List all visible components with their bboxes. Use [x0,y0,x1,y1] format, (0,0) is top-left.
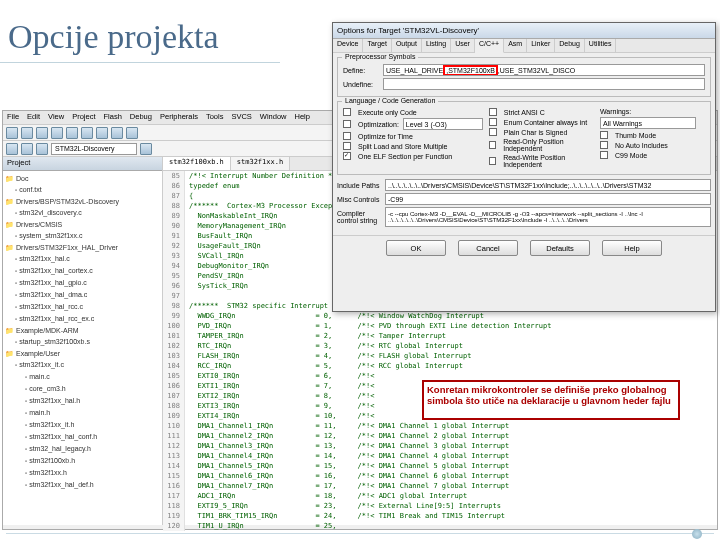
undo-icon[interactable] [111,127,123,139]
save-icon[interactable] [36,127,48,139]
checkbox-elf[interactable] [343,152,351,160]
tree-item[interactable]: stm32_hal_legacy.h [5,443,160,455]
misc-field[interactable]: -C99 [385,193,711,205]
menu-debug[interactable]: Debug [130,112,152,123]
tree-item[interactable]: Drivers/CMSIS [5,219,160,230]
target-select[interactable]: STM32L-Discovery [51,143,137,155]
checkbox-plain[interactable] [489,128,497,136]
include-field[interactable]: ..\..\..\..\..\..\Drivers\CMSIS\Device\S… [385,179,711,191]
tree-item[interactable]: Example/User [5,348,160,359]
paste-icon[interactable] [96,127,108,139]
dialog-tab-target[interactable]: Target [363,39,391,52]
define-label: Define: [343,67,379,74]
checkbox-opt[interactable] [343,120,351,128]
slide-footer-decoration [6,533,714,536]
dialog-tab-user[interactable]: User [451,39,475,52]
checkbox-thumb[interactable] [600,131,608,139]
tree-item[interactable]: stm32f1xx_hal_rcc_ex.c [5,313,160,325]
dialog-tab-utilities[interactable]: Utilities [585,39,617,52]
warnings-select[interactable]: All Warnings [600,117,696,129]
dialog-tab-linker[interactable]: Linker [527,39,555,52]
dialog-tab-cc[interactable]: C/C++ [475,39,504,53]
checkbox-ansi[interactable] [489,108,497,116]
help-button[interactable]: Help [602,240,662,256]
cancel-button[interactable]: Cancel [458,240,518,256]
compiler-field: -c --cpu Cortex-M3 -D__EVAL -D__MICROLIB… [385,207,711,227]
tree-item[interactable]: Drivers/BSP/STM32vL-Discovery [5,196,160,207]
warnings-label: Warnings: [600,108,631,115]
copy-icon[interactable] [81,127,93,139]
dialog-tab-listing[interactable]: Listing [422,39,451,52]
project-tree[interactable]: Project Docconf.txtDrivers/BSP/STM32vL-D… [3,157,163,525]
tree-item[interactable]: system_stm32f1xx.c [5,230,160,242]
tree-item[interactable]: main.c [5,371,160,383]
checkbox-opt_time[interactable] [343,132,351,140]
tree-item[interactable]: stm32f1xx_hal_rcc.c [5,301,160,313]
new-icon[interactable] [6,127,18,139]
checkbox-exec_only[interactable] [343,108,351,116]
tree-item[interactable]: stm32vl_discovery.c [5,207,160,219]
build-icon[interactable] [6,143,18,155]
tree-item[interactable]: stm32f1xx_hal_def.h [5,479,160,491]
editor-tab[interactable]: stm32f100xb.h [163,157,231,170]
menu-window[interactable]: Window [260,112,287,123]
tree-item[interactable]: Example/MDK-ARM [5,325,160,336]
menu-view[interactable]: View [48,112,64,123]
tree-item[interactable]: stm32f1xx_it.c [5,359,160,371]
dialog-titlebar: Options for Target 'STM32VL-Discovery' [333,23,715,39]
tree-item[interactable]: Drivers/STM32F1xx_HAL_Driver [5,242,160,253]
dialog-tabs: DeviceTargetOutputListingUserC/C++AsmLin… [333,39,715,53]
dialog-tab-debug[interactable]: Debug [555,39,585,52]
menu-tools[interactable]: Tools [206,112,224,123]
checkbox-label: Read-Write Position Independent [503,154,594,168]
checkbox-label: Optimize for Time [358,133,413,140]
tree-item[interactable]: Doc [5,173,160,184]
tree-item[interactable]: stm32f1xx_hal.c [5,253,160,265]
checkbox-noauto[interactable] [600,141,608,149]
preprocessor-group: Preprocessor Symbols Define: USE_HAL_DRI… [337,57,711,97]
cut-icon[interactable] [66,127,78,139]
tree-item[interactable]: conf.txt [5,184,160,196]
menu-file[interactable]: File [7,112,19,123]
redo-icon[interactable] [126,127,138,139]
editor-tab[interactable]: stm32f1xx.h [231,157,290,170]
options-icon[interactable] [140,143,152,155]
tree-item[interactable]: stm32f1xx_hal.h [5,395,160,407]
tree-item[interactable]: stm32f1xx_hal_dma.c [5,289,160,301]
download-icon[interactable] [36,143,48,155]
menu-help[interactable]: Help [295,112,310,123]
open-icon[interactable] [21,127,33,139]
checkbox-rwfp[interactable] [489,157,496,165]
checkbox-label: Split Load and Store Multiple [358,143,448,150]
rebuild-icon[interactable] [21,143,33,155]
tree-item[interactable]: startup_stm32f100xb.s [5,336,160,348]
tree-item[interactable]: stm32f1xx_it.h [5,419,160,431]
tree-item[interactable]: stm32f1xx_hal_conf.h [5,431,160,443]
ok-button[interactable]: OK [386,240,446,256]
dialog-tab-device[interactable]: Device [333,39,363,52]
menu-svcs[interactable]: SVCS [231,112,251,123]
menu-peripherals[interactable]: Peripherals [160,112,198,123]
saveall-icon[interactable] [51,127,63,139]
menu-project[interactable]: Project [72,112,95,123]
define-field[interactable]: USE_HAL_DRIVE,STM32F100xB,USE_STM32VL_DI… [383,64,705,76]
checkbox-c99[interactable] [600,151,608,159]
checkbox-enum[interactable] [489,118,497,126]
undefine-label: Undefine: [343,81,379,88]
tree-item[interactable]: stm32f1xx_hal_cortex.c [5,265,160,277]
tree-item[interactable]: main.h [5,407,160,419]
tree-item[interactable]: stm32f1xx.h [5,467,160,479]
dialog-tab-asm[interactable]: Asm [504,39,527,52]
undefine-field[interactable] [383,78,705,90]
menu-edit[interactable]: Edit [27,112,40,123]
checkbox-split[interactable] [343,142,351,150]
dialog-tab-output[interactable]: Output [392,39,422,52]
defaults-button[interactable]: Defaults [530,240,590,256]
tree-item[interactable]: stm32f100xb.h [5,455,160,467]
tree-item[interactable]: stm32f1xx_hal_gpio.c [5,277,160,289]
preprocessor-group-title: Preprocessor Symbols [342,53,418,60]
checkbox-rofp[interactable] [489,141,496,149]
select-opt[interactable]: Level 3 (-O3) [403,118,483,130]
tree-item[interactable]: core_cm3.h [5,383,160,395]
menu-flash[interactable]: Flash [104,112,122,123]
